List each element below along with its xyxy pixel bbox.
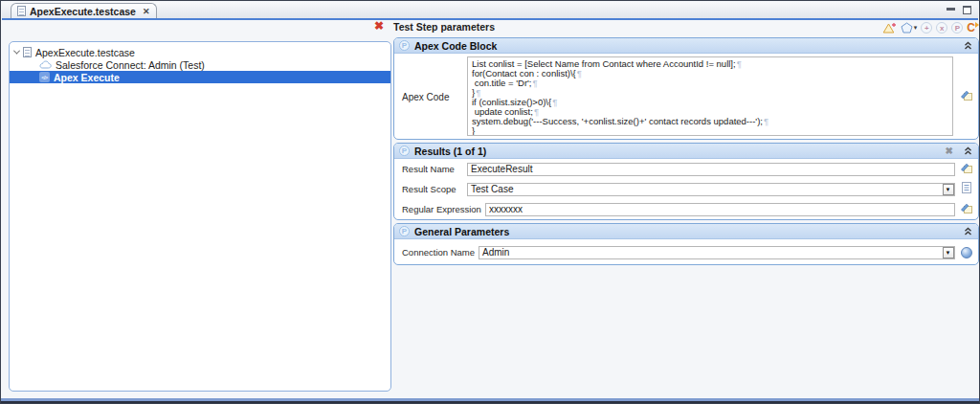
- testcase-file-icon: [23, 47, 32, 57]
- tab-title: ApexExecute.testcase: [30, 6, 136, 17]
- apex-section-title: Apex Code Block: [414, 40, 959, 52]
- connection-name-value: Admin: [479, 247, 942, 258]
- result-scope-label: Result Scope: [402, 184, 467, 194]
- code-line: for(Contact con : conlist)\{¶: [472, 69, 948, 79]
- code-line: system.debug('---Success, '+conlist.size…: [472, 117, 948, 126]
- testcase-tree-panel: ApexExecute.testcaseSalesforce Connect: …: [9, 41, 391, 392]
- provar-section-icon: P: [399, 146, 410, 156]
- result-scope-value: Test Case: [468, 184, 943, 194]
- apex-section-body: Apex Code List conlist = [Select Name fr…: [394, 54, 978, 140]
- regular-expression-row: Regular Expression: [394, 199, 978, 219]
- connection-name-label: Connection Name: [402, 247, 479, 258]
- refresh-c-icon[interactable]: C: [967, 22, 975, 34]
- result-name-input[interactable]: [467, 163, 955, 176]
- text-assist-icon[interactable]: [960, 161, 973, 178]
- tag-dropdown-icon[interactable]: ▾: [901, 22, 918, 34]
- results-section: P Results (1 of 1) ✖ Result Name Result …: [393, 143, 979, 220]
- connection-icon[interactable]: [961, 247, 972, 258]
- apex-code-icon: </>: [39, 72, 50, 82]
- apex-code-editor[interactable]: List conlist = [Select Name from Contact…: [467, 56, 953, 136]
- connection-name-row: Connection Name Admin ▼: [394, 242, 978, 262]
- provar-section-icon: P: [399, 226, 410, 236]
- collapse-section-icon[interactable]: [964, 227, 972, 236]
- tree-item[interactable]: </>Apex Execute: [10, 71, 390, 83]
- delete-test-step-icon[interactable]: ✖: [374, 19, 384, 33]
- view-window-controls: [947, 6, 971, 14]
- code-line: if (conlist.size()>0)\{¶: [472, 98, 948, 107]
- text-assist-icon[interactable]: [960, 88, 973, 105]
- provar-section-icon: P: [399, 40, 410, 51]
- regular-expression-input[interactable]: [485, 203, 955, 216]
- params-toolbar: ▾ + x P C: [882, 20, 975, 35]
- salesforce-cloud-icon: [39, 60, 52, 69]
- result-name-row: Result Name: [394, 159, 978, 179]
- collapse-section-icon[interactable]: [964, 146, 972, 155]
- variable-circle-icon[interactable]: x: [936, 22, 947, 34]
- active-tab-underline: [2, 18, 978, 20]
- tree-item[interactable]: ApexExecute.testcase: [10, 46, 390, 58]
- apex-section-header[interactable]: P Apex Code Block: [394, 38, 978, 54]
- editor-tab[interactable]: ApexExecute.testcase ✕: [11, 3, 157, 18]
- dropdown-arrow-icon[interactable]: ▼: [943, 247, 954, 258]
- pilcrow-mark: ¶: [764, 116, 768, 126]
- add-alert-icon[interactable]: [882, 22, 897, 34]
- add-circle-icon[interactable]: +: [921, 22, 932, 34]
- apex-code-block-section: P Apex Code Block Apex Code List conlist…: [393, 37, 979, 140]
- tree-item-label: Salesforce Connect: Admin (Test): [56, 59, 205, 71]
- result-scope-row: Result Scope Test Case ▼: [394, 179, 978, 199]
- pilcrow-mark: ¶: [533, 78, 538, 88]
- general-section-header[interactable]: P General Parameters: [394, 224, 978, 239]
- text-assist-icon[interactable]: [960, 201, 973, 218]
- expander-chevron-icon[interactable]: [13, 48, 20, 55]
- code-line: con.title = 'Dr';¶: [472, 79, 948, 88]
- app-window: ApexExecute.testcase ✕ ApexExecute.testc…: [0, 0, 980, 404]
- results-section-header[interactable]: P Results (1 of 1) ✖: [394, 144, 978, 159]
- dropdown-arrow-icon[interactable]: ▼: [943, 184, 954, 195]
- result-name-label: Result Name: [402, 164, 467, 174]
- editor-tab-bar: ApexExecute.testcase ✕: [2, 2, 978, 18]
- delete-result-icon[interactable]: ✖: [946, 146, 953, 156]
- minimize-view-icon[interactable]: [947, 8, 955, 11]
- tree-item-label: ApexExecute.testcase: [35, 47, 135, 58]
- apex-code-label: Apex Code: [402, 92, 449, 102]
- parameter-circle-icon[interactable]: P: [951, 22, 963, 34]
- tree-item-label: Apex Execute: [54, 72, 120, 83]
- tab-close-icon[interactable]: ✕: [143, 7, 150, 16]
- maximize-view-icon[interactable]: [963, 6, 971, 14]
- testcase-tree: ApexExecute.testcaseSalesforce Connect: …: [10, 42, 390, 83]
- code-line: }: [472, 126, 948, 136]
- general-parameters-section: P General Parameters Connection Name Adm…: [393, 223, 979, 265]
- regular-expression-label: Regular Expression: [402, 204, 485, 214]
- panel-title: Test Step parameters: [393, 21, 495, 33]
- value-list-icon[interactable]: [961, 181, 972, 198]
- pilcrow-mark: ¶: [552, 97, 557, 107]
- results-section-title: Results (1 of 1): [414, 146, 941, 157]
- window-bottom-edge: [1, 398, 979, 403]
- pilcrow-mark: ¶: [737, 58, 742, 69]
- tree-item[interactable]: Salesforce Connect: Admin (Test): [10, 58, 390, 71]
- dropdown-caret-icon: ▾: [914, 24, 918, 32]
- pilcrow-mark: ¶: [577, 68, 582, 79]
- general-section-title: General Parameters: [414, 226, 959, 237]
- connection-name-dropdown[interactable]: Admin ▼: [479, 246, 955, 259]
- collapse-section-icon[interactable]: [964, 41, 972, 50]
- result-scope-dropdown[interactable]: Test Case ▼: [467, 183, 955, 196]
- testcase-file-icon: [17, 6, 26, 16]
